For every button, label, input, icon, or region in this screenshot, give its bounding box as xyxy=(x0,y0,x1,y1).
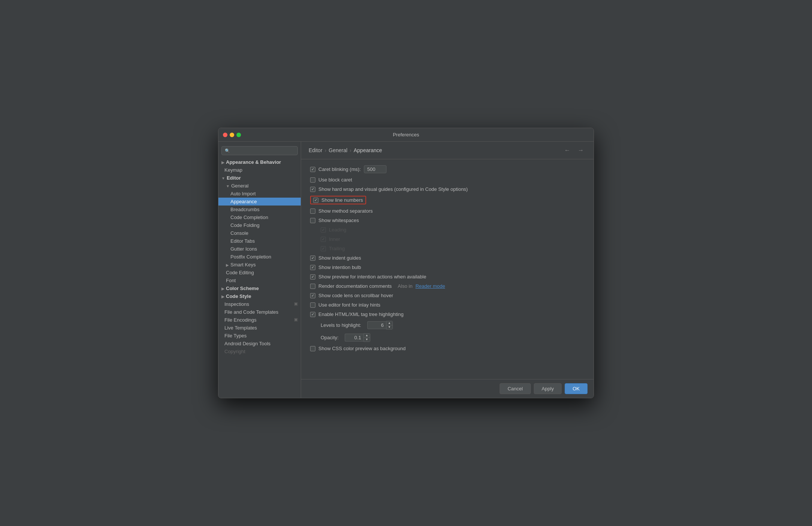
trailing-checkbox[interactable]: Trailing xyxy=(321,246,345,251)
ok-button[interactable]: OK xyxy=(565,383,588,394)
render-docs-label: Render documentation comments xyxy=(318,283,392,289)
block-caret-label: Use block caret xyxy=(318,177,352,183)
intention-bulb-cb[interactable] xyxy=(310,265,315,270)
render-docs-cb[interactable] xyxy=(310,284,315,289)
opacity-up-button[interactable]: ▲ xyxy=(364,334,370,338)
method-separators-cb[interactable] xyxy=(310,209,315,214)
block-caret-checkbox[interactable]: Use block caret xyxy=(310,177,352,183)
sidebar-item-smart-keys[interactable]: ▶Smart Keys xyxy=(218,261,301,269)
maximize-button[interactable] xyxy=(236,133,241,137)
code-style-expand-icon: ▶ xyxy=(221,295,224,299)
levels-down-button[interactable]: ▼ xyxy=(386,325,392,329)
sidebar-item-file-code-templates[interactable]: File and Code Templates xyxy=(218,308,301,316)
editor-font-hints-checkbox[interactable]: Use editor font for inlay hints xyxy=(310,302,380,308)
sidebar-item-general[interactable]: ▼General xyxy=(218,182,301,190)
html-xml-checkbox[interactable]: Enable HTML/XML tag tree highlighting xyxy=(310,311,403,317)
html-xml-label: Enable HTML/XML tag tree highlighting xyxy=(318,311,403,317)
line-numbers-label: Show line numbers xyxy=(321,197,363,203)
nav-arrows: ← → xyxy=(562,146,586,154)
line-numbers-cb[interactable] xyxy=(313,198,318,203)
inner-label: Inner xyxy=(329,236,340,242)
whitespaces-cb[interactable] xyxy=(310,218,315,223)
leading-checkbox[interactable]: Leading xyxy=(321,227,346,233)
indent-guides-row: Show indent guides xyxy=(310,255,585,261)
hard-wrap-label: Show hard wrap and visual guides (config… xyxy=(318,186,468,192)
minimize-button[interactable] xyxy=(230,133,234,137)
code-lens-checkbox[interactable]: Show code lens on scrollbar hover xyxy=(310,293,393,298)
intention-bulb-row: Show intention bulb xyxy=(310,265,585,270)
method-separators-checkbox[interactable]: Show method separators xyxy=(310,208,373,214)
opacity-down-button[interactable]: ▼ xyxy=(364,338,370,342)
caret-blinking-input[interactable] xyxy=(364,165,386,173)
sidebar-item-appearance[interactable]: Appearance xyxy=(218,198,301,206)
levels-up-button[interactable]: ▲ xyxy=(386,321,392,325)
preview-intention-checkbox[interactable]: Show preview for intention actions when … xyxy=(310,274,426,280)
caret-blinking-checkbox[interactable]: Caret blinking (ms): xyxy=(310,166,361,172)
footer: Cancel Apply OK xyxy=(301,379,594,398)
leading-label: Leading xyxy=(329,227,346,233)
trailing-cb[interactable] xyxy=(321,246,326,251)
search-input[interactable] xyxy=(232,148,294,153)
sidebar-item-code-completion[interactable]: Code Completion xyxy=(218,213,301,221)
sidebar-item-editor-tabs[interactable]: Editor Tabs xyxy=(218,237,301,245)
search-box[interactable]: 🔍 xyxy=(221,146,298,155)
sidebar-item-code-editing[interactable]: Code Editing xyxy=(218,269,301,277)
sidebar-item-color-scheme[interactable]: ▶Color Scheme xyxy=(218,284,301,292)
editor-font-hints-label: Use editor font for inlay hints xyxy=(318,302,380,308)
css-color-preview-cb[interactable] xyxy=(310,346,315,351)
intention-bulb-checkbox[interactable]: Show intention bulb xyxy=(310,265,361,270)
cancel-button[interactable]: Cancel xyxy=(500,383,530,394)
sidebar-item-gutter-icons[interactable]: Gutter Icons xyxy=(218,245,301,253)
line-numbers-checkbox[interactable]: Show line numbers xyxy=(313,197,363,203)
html-xml-cb[interactable] xyxy=(310,312,315,317)
sidebar-item-live-templates[interactable]: Live Templates xyxy=(218,324,301,332)
apply-button[interactable]: Apply xyxy=(534,383,562,394)
sidebar-item-font[interactable]: Font xyxy=(218,277,301,284)
method-separators-label: Show method separators xyxy=(318,208,373,214)
css-color-preview-checkbox[interactable]: Show CSS color preview as background xyxy=(310,346,406,351)
render-docs-checkbox[interactable]: Render documentation comments xyxy=(310,283,392,289)
breadcrumb-editor: Editor xyxy=(309,147,323,153)
forward-button[interactable]: → xyxy=(576,146,586,154)
caret-blinking-cb[interactable] xyxy=(310,167,315,172)
caret-blinking-row: Caret blinking (ms): xyxy=(310,165,585,173)
code-lens-cb[interactable] xyxy=(310,293,315,298)
hard-wrap-cb[interactable] xyxy=(310,187,315,192)
sidebar-item-console[interactable]: Console xyxy=(218,229,301,237)
inner-checkbox[interactable]: Inner xyxy=(321,236,340,242)
close-button[interactable] xyxy=(223,133,227,137)
sidebar-item-auto-import[interactable]: Auto Import xyxy=(218,190,301,198)
code-lens-label: Show code lens on scrollbar hover xyxy=(318,293,393,298)
sidebar-item-copyright[interactable]: Copyright xyxy=(218,348,301,355)
trailing-label: Trailing xyxy=(329,246,345,251)
whitespaces-checkbox[interactable]: Show whitespaces xyxy=(310,218,359,223)
leading-cb[interactable] xyxy=(321,227,326,233)
preview-intention-cb[interactable] xyxy=(310,274,315,280)
back-button[interactable]: ← xyxy=(562,146,573,154)
levels-highlight-input[interactable] xyxy=(367,321,386,329)
sidebar-item-file-types[interactable]: File Types xyxy=(218,332,301,340)
block-caret-cb[interactable] xyxy=(310,177,315,183)
traffic-lights xyxy=(223,133,241,137)
line-numbers-highlight: Show line numbers xyxy=(310,196,366,204)
indent-guides-checkbox[interactable]: Show indent guides xyxy=(310,255,361,261)
sidebar-item-file-encodings[interactable]: File Encodings ▣ xyxy=(218,316,301,324)
editor-font-hints-cb[interactable] xyxy=(310,302,315,308)
sidebar-item-breadcrumbs[interactable]: Breadcrumbs xyxy=(218,206,301,213)
inner-cb[interactable] xyxy=(321,237,326,242)
preview-intention-label: Show preview for intention actions when … xyxy=(318,274,426,280)
reader-mode-link[interactable]: Reader mode xyxy=(415,283,445,289)
sidebar-item-appearance-behavior[interactable]: ▶Appearance & Behavior xyxy=(218,158,301,166)
hard-wrap-checkbox[interactable]: Show hard wrap and visual guides (config… xyxy=(310,186,468,192)
sidebar-item-keymap[interactable]: Keymap xyxy=(218,166,301,174)
sidebar-item-code-folding[interactable]: Code Folding xyxy=(218,221,301,229)
sidebar-item-android-design-tools[interactable]: Android Design Tools xyxy=(218,340,301,348)
sidebar-item-inspections[interactable]: Inspections ▣ xyxy=(218,300,301,308)
sidebar-item-editor[interactable]: ▼Editor xyxy=(218,174,301,182)
opacity-input[interactable] xyxy=(345,334,364,342)
sidebar-item-postfix-completion[interactable]: Postfix Completion xyxy=(218,253,301,261)
method-separators-row: Show method separators xyxy=(310,208,585,214)
block-caret-row: Use block caret xyxy=(310,177,585,183)
indent-guides-cb[interactable] xyxy=(310,255,315,261)
sidebar-item-code-style[interactable]: ▶Code Style xyxy=(218,292,301,300)
